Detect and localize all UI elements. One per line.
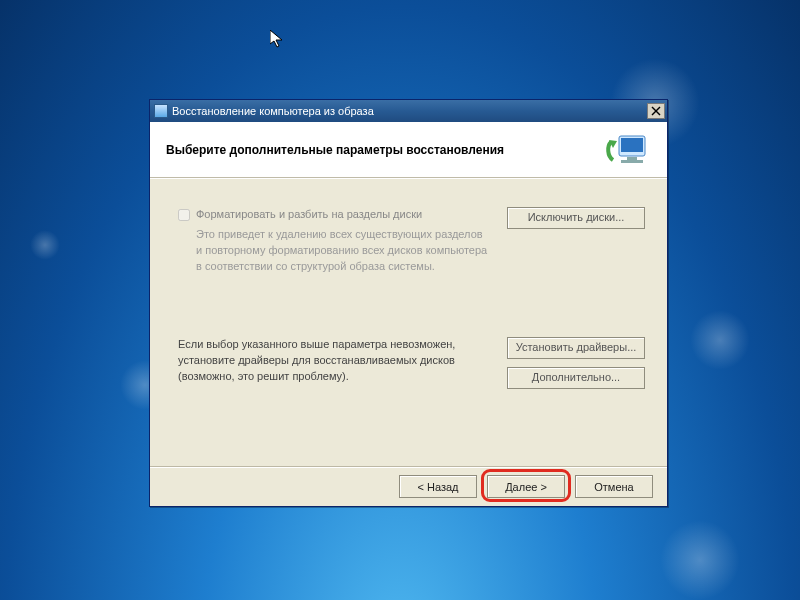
app-icon [154,104,168,118]
close-icon [651,106,661,116]
cancel-button[interactable]: Отмена [575,475,653,498]
window-title: Восстановление компьютера из образа [172,105,647,117]
wizard-body: Форматировать и разбить на разделы диски… [150,179,667,469]
titlebar[interactable]: Восстановление компьютера из образа [150,100,667,122]
restore-dialog: Восстановление компьютера из образа Выбе… [149,99,668,507]
bg-flare [660,520,740,600]
install-drivers-label: Установить драйверы... [516,340,637,356]
exclude-disks-label: Исключить диски... [528,210,625,226]
drivers-desc: Если выбор указанного выше параметра нев… [178,337,497,389]
restore-image-icon [603,130,651,170]
advanced-button[interactable]: Дополнительно... [507,367,645,389]
install-drivers-button[interactable]: Установить драйверы... [507,337,645,359]
cursor-icon [270,30,290,50]
back-label: < Назад [418,481,459,493]
next-label: Далее > [505,481,547,493]
svg-rect-5 [627,157,637,160]
advanced-label: Дополнительно... [532,370,620,386]
cancel-label: Отмена [594,481,633,493]
close-button[interactable] [647,103,665,119]
bg-flare [690,310,750,370]
format-option-row: Форматировать и разбить на разделы диски… [178,207,645,275]
wizard-footer: < Назад Далее > Отмена [150,466,667,506]
format-checkbox[interactable] [178,209,190,221]
svg-marker-0 [270,30,282,47]
wizard-header: Выберите дополнительные параметры восста… [150,122,667,178]
next-button[interactable]: Далее > [487,475,565,498]
wizard-header-title: Выберите дополнительные параметры восста… [166,143,603,157]
format-checkbox-text: Форматировать и разбить на разделы диски [196,207,422,223]
format-checkbox-label[interactable]: Форматировать и разбить на разделы диски [178,207,497,223]
format-desc: Это приведет к удалению всех существующи… [178,227,497,275]
bg-flare [30,230,60,260]
svg-rect-4 [621,138,643,152]
svg-rect-6 [621,160,643,163]
exclude-disks-button[interactable]: Исключить диски... [507,207,645,229]
drivers-help-row: Если выбор указанного выше параметра нев… [178,337,645,389]
back-button[interactable]: < Назад [399,475,477,498]
